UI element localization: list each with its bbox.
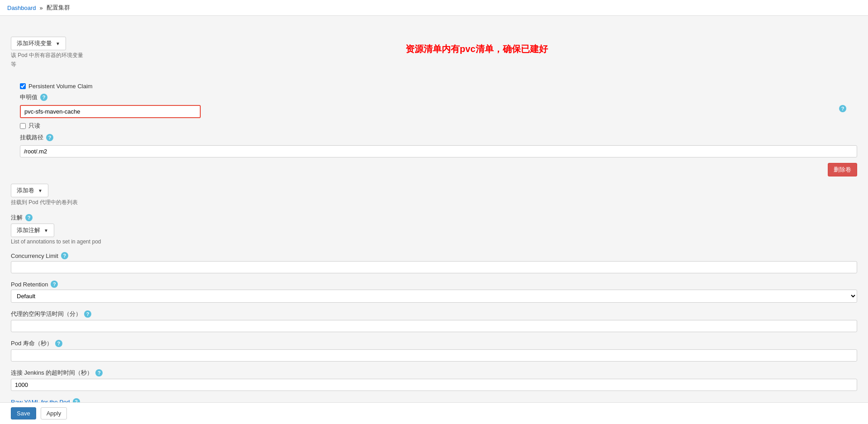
jenkins-timeout-help-icon[interactable]: ?	[95, 369, 103, 376]
pod-deadline-label: Pod 寿命（秒）	[11, 339, 52, 348]
mount-path-label: 挂载路径	[20, 133, 43, 142]
volumes-sub-label: 挂载到 Pod 代理中的卷列表	[11, 199, 857, 206]
pod-deadline-help-icon[interactable]: ?	[55, 340, 62, 347]
volumes-section: 添加卷 挂载到 Pod 代理中的卷列表	[11, 184, 857, 206]
concurrency-input[interactable]	[11, 261, 857, 273]
breadcrumb: Dashboard » 配置集群	[0, 0, 868, 16]
annotations-section: 注解 ? 添加注解 List of annotations to set in …	[11, 214, 857, 245]
apply-button[interactable]: Apply	[41, 407, 67, 419]
mount-path-input[interactable]	[20, 145, 857, 157]
concurrency-help-icon[interactable]: ?	[61, 252, 68, 259]
jenkins-timeout-label: 连接 Jenkins 的超时时间（秒）	[11, 369, 93, 377]
pod-retention-help-icon[interactable]: ?	[51, 281, 58, 288]
pod-retention-section: Pod Retention ? Default Always Never On …	[11, 281, 857, 303]
jenkins-timeout-label-row: 连接 Jenkins 的超时时间（秒） ?	[11, 369, 857, 377]
jenkins-timeout-section: 连接 Jenkins 的超时时间（秒） ?	[11, 369, 857, 391]
add-annotation-button[interactable]: 添加注解	[11, 224, 54, 237]
pod-deadline-section: Pod 寿命（秒） ?	[11, 339, 857, 362]
pvc-readonly-label[interactable]: 只读	[28, 122, 40, 130]
pvc-name-help-icon[interactable]: ?	[40, 94, 47, 101]
pvc-label[interactable]: Persistent Volume Claim	[28, 83, 93, 90]
pvc-readonly-row: 只读	[20, 122, 857, 130]
delete-btn-row: 删除卷	[20, 163, 857, 176]
annotations-help-icon[interactable]: ?	[25, 214, 33, 221]
concurrency-section: Concurrency Limit ?	[11, 252, 857, 273]
delete-volume-button[interactable]: 删除卷	[828, 163, 857, 176]
idle-minutes-section: 代理的空闲学活时间（分） ?	[11, 310, 857, 332]
pod-deadline-input[interactable]	[11, 349, 857, 362]
annotations-sub-label: List of annotations to set in agent pod	[11, 238, 857, 245]
mount-path-input-row	[20, 145, 857, 157]
footer-bar: Save Apply	[0, 402, 868, 424]
nav-separator: »	[40, 5, 43, 11]
add-volume-button[interactable]: 添加卷	[11, 184, 48, 197]
annotations-label: 注解	[11, 214, 23, 222]
pvc-name-input[interactable]	[20, 105, 201, 118]
annotations-label-row: 注解 ?	[11, 214, 857, 222]
pvc-name-header: 申明值 ?	[20, 93, 857, 101]
add-env-button[interactable]: 添加环境变量	[11, 37, 66, 50]
concurrency-label: Concurrency Limit	[11, 252, 58, 259]
pvc-readonly-checkbox[interactable]	[20, 123, 26, 129]
pod-retention-label-row: Pod Retention ?	[11, 281, 857, 288]
jenkins-timeout-input[interactable]	[11, 379, 857, 391]
pvc-name-label: 申明值	[20, 93, 38, 101]
nav-current: 配置集群	[47, 4, 70, 12]
idle-minutes-label-row: 代理的空闲学活时间（分） ?	[11, 310, 857, 318]
pod-retention-label: Pod Retention	[11, 281, 48, 288]
pvc-section: Persistent Volume Claim 申明值 ? ? 只读 挂载路径 …	[11, 76, 857, 176]
mount-path-header: 挂载路径 ?	[20, 133, 857, 142]
env-sub-label: 等	[11, 61, 857, 68]
concurrency-label-row: Concurrency Limit ?	[11, 252, 857, 259]
idle-minutes-label: 代理的空闲学活时间（分）	[11, 310, 81, 318]
idle-minutes-input[interactable]	[11, 320, 857, 332]
nav-dashboard[interactable]: Dashboard	[7, 5, 36, 11]
pvc-row-help-icon[interactable]: ?	[839, 105, 846, 112]
pod-deadline-label-row: Pod 寿命（秒） ?	[11, 339, 857, 348]
pvc-name-input-row: ?	[20, 105, 857, 118]
idle-minutes-help-icon[interactable]: ?	[84, 310, 91, 318]
pod-retention-select[interactable]: Default Always Never On Failure	[11, 290, 857, 303]
mount-path-help-icon[interactable]: ?	[46, 134, 53, 141]
pvc-checkbox[interactable]	[20, 83, 26, 89]
main-content: 添加环境变量 该 Pod 中所有容器的环境变量 等 Persistent Vol…	[0, 29, 868, 424]
pvc-checkbox-row: Persistent Volume Claim	[20, 83, 857, 90]
pvc-notice: 资源清单内有pvc清单，确保已建好	[406, 43, 547, 55]
save-button[interactable]: Save	[11, 407, 36, 419]
